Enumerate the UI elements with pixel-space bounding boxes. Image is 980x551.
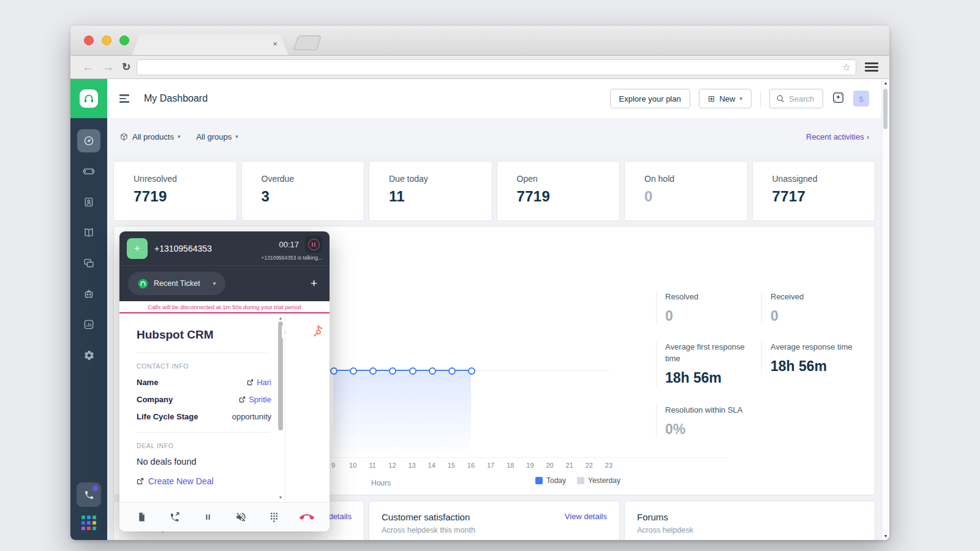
freshdesk-logo[interactable] — [70, 79, 107, 118]
sidebar-item-tickets[interactable] — [70, 156, 107, 187]
sidebar-item-bots[interactable] — [70, 279, 107, 309]
chevron-down-icon: ▾ — [178, 133, 181, 140]
sidebar-item-analytics[interactable] — [70, 309, 107, 340]
stat-card-on-hold[interactable]: On hold0 — [624, 161, 748, 221]
data-point[interactable] — [409, 367, 417, 375]
products-filter[interactable]: All products ▾ — [119, 132, 180, 141]
scroll-down-icon[interactable]: ▼ — [882, 534, 889, 538]
no-deals-text: No deals found — [137, 457, 276, 467]
caller-widget-button[interactable] — [77, 482, 101, 507]
stat-card-open[interactable]: Open7719 — [497, 161, 620, 221]
hold-call-button[interactable] — [305, 236, 322, 253]
data-point[interactable] — [468, 367, 475, 375]
chart-x-axis-label: Hours — [371, 479, 391, 487]
add-ticket-icon[interactable]: + — [311, 277, 317, 290]
call-timer: 00:17 — [279, 240, 299, 249]
dashboard-gauge-icon — [77, 129, 100, 152]
sidebar-item-dashboard[interactable] — [70, 126, 107, 156]
browser-tab[interactable]: × — [132, 35, 288, 55]
collapse-chevron-icon[interactable]: ‹ — [282, 326, 288, 338]
stat-value: 11 — [389, 188, 492, 205]
explore-plan-button[interactable]: Explore your plan — [610, 89, 690, 108]
trend-avg-first-response: Average first response time 18h 56m — [656, 342, 757, 386]
bookmark-star-icon[interactable]: ☆ — [842, 62, 851, 72]
view-details-link[interactable]: View details — [565, 512, 607, 521]
app-header: My Dashboard Explore your plan ⊞ New ▾ S… — [107, 79, 881, 118]
legend-today[interactable]: Today — [535, 476, 566, 485]
recent-ticket-selector[interactable]: Recent Ticket ▾ — [128, 272, 225, 295]
zoom-window-button[interactable] — [119, 36, 129, 45]
search-input[interactable]: Search — [769, 89, 823, 108]
back-icon[interactable]: ← — [82, 61, 94, 73]
freshworks-switcher-icon[interactable] — [832, 91, 845, 107]
legend-yesterday[interactable]: Yesterday — [577, 476, 620, 485]
mute-button[interactable] — [232, 508, 250, 527]
forward-icon[interactable]: → — [102, 61, 114, 73]
user-avatar[interactable]: s — [853, 91, 869, 107]
sidebar-item-forums[interactable] — [70, 248, 107, 279]
sidebar-item-contacts[interactable] — [70, 187, 107, 217]
new-tab-button[interactable] — [293, 36, 322, 50]
contact-name-link[interactable]: Hari — [247, 378, 271, 387]
headset-logo-icon — [80, 89, 98, 108]
crm-scrollbar[interactable]: ▲ ▼ — [276, 313, 285, 502]
x-tick: 21 — [563, 462, 576, 469]
phone-icon — [84, 490, 94, 500]
company-link[interactable]: Spritle — [239, 395, 271, 404]
data-point[interactable] — [330, 367, 337, 375]
transfer-call-button[interactable] — [166, 508, 184, 527]
page-scrollbar[interactable]: ▲ ▼ — [881, 79, 889, 540]
sidebar-item-solutions[interactable] — [70, 217, 107, 248]
app-switcher-grid-icon[interactable] — [81, 515, 96, 530]
card-subtitle: Across helpdesk — [637, 526, 862, 534]
x-tick: 17 — [484, 462, 497, 469]
sidebar-collapse-icon[interactable] — [119, 94, 129, 103]
browser-titlebar: × — [70, 26, 889, 56]
book-icon — [83, 227, 95, 239]
reload-icon[interactable]: ↻ — [122, 62, 130, 72]
data-point[interactable] — [429, 367, 436, 375]
minimize-window-button[interactable] — [102, 36, 111, 45]
stat-value: 7719 — [134, 188, 236, 205]
analytics-icon — [83, 318, 95, 331]
stat-card-unresolved[interactable]: Unresolved7719 — [113, 161, 237, 221]
browser-menu-icon[interactable] — [865, 62, 878, 72]
new-button[interactable]: ⊞ New ▾ — [699, 89, 752, 108]
scroll-up-icon[interactable]: ▲ — [279, 316, 283, 320]
create-new-deal-link[interactable]: Create New Deal — [137, 476, 276, 486]
stat-label: Due today — [389, 174, 492, 184]
tab-close-icon[interactable]: × — [273, 40, 277, 48]
card-title: Forums — [637, 512, 668, 522]
chevron-down-icon: ▾ — [739, 96, 742, 102]
stat-card-overdue[interactable]: Overdue3 — [241, 161, 365, 221]
crm-row-name: Name Hari — [137, 378, 276, 387]
pause-call-button[interactable] — [199, 508, 217, 527]
call-widget: + +13109564353 00:17 +13109564353 is tal… — [119, 231, 330, 531]
trend-received: Received 0 — [761, 291, 875, 324]
chevron-down-icon: ▾ — [235, 133, 238, 140]
stat-card-unassigned[interactable]: Unassigned7717 — [752, 161, 876, 221]
plus-box-icon: ⊞ — [708, 94, 715, 103]
close-window-button[interactable] — [84, 36, 94, 45]
recent-activities-link[interactable]: Recent activities › — [806, 132, 869, 141]
freshdesk-mini-icon — [138, 279, 148, 289]
external-link-icon — [137, 478, 144, 485]
data-point[interactable] — [448, 367, 456, 375]
sidebar-item-admin[interactable] — [70, 340, 107, 370]
scroll-down-icon[interactable]: ▼ — [279, 495, 283, 500]
ticket-icon — [83, 165, 95, 178]
stat-value: 7719 — [517, 188, 620, 205]
stat-card-due-today[interactable]: Due today11 — [369, 161, 492, 221]
call-widget-header: + +13109564353 00:17 +13109564353 is tal… — [119, 231, 330, 265]
trend-resolution-sla: Resolution within SLA 0% — [656, 405, 775, 438]
stat-value: 7717 — [772, 188, 875, 205]
scroll-thumb[interactable] — [883, 89, 888, 129]
call-notes-button[interactable] — [133, 508, 151, 527]
contact-card-icon — [83, 196, 95, 208]
pause-icon — [203, 512, 213, 522]
end-call-button[interactable] — [298, 508, 316, 527]
url-bar[interactable]: ☆ — [137, 59, 856, 75]
groups-filter[interactable]: All groups ▾ — [196, 132, 238, 141]
keypad-button[interactable] — [265, 508, 283, 527]
scroll-up-icon[interactable]: ▲ — [882, 81, 889, 85]
